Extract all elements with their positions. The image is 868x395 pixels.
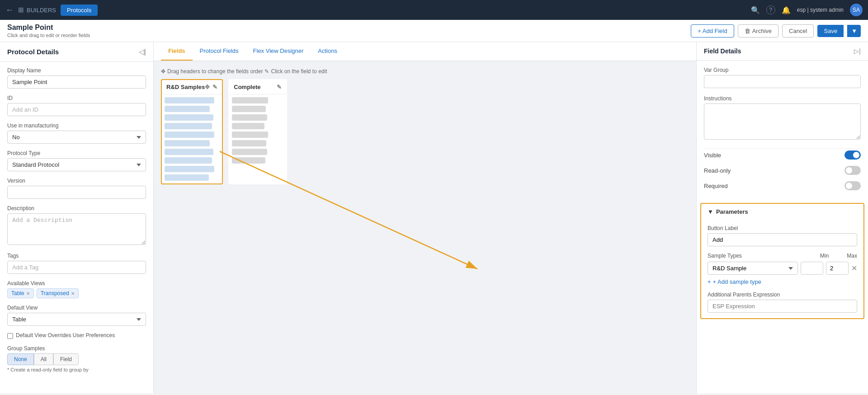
add-sample-type-button[interactable]: + + Add sample type (708, 278, 857, 285)
group-samples-all-button[interactable]: All (34, 353, 53, 365)
use-in-manufacturing-select[interactable]: No Yes (7, 131, 146, 144)
button-label-input[interactable] (708, 233, 857, 246)
required-toggle[interactable] (844, 181, 861, 190)
tab-protocol-fields[interactable]: Protocol Fields (193, 42, 246, 61)
trash-icon: 🗑 (745, 28, 750, 34)
esp-expression-input[interactable] (708, 300, 857, 313)
back-button[interactable]: ← (5, 5, 14, 15)
group-samples-row: Group Samples None All Field * Create a … (7, 345, 146, 372)
bell-icon[interactable]: 🔔 (782, 6, 791, 14)
description-textarea[interactable] (7, 213, 146, 245)
view-tag-transposed[interactable]: Transposed ✕ (37, 288, 79, 298)
protocols-button[interactable]: Protocols (61, 5, 98, 16)
field-row[interactable] (165, 166, 214, 172)
tags-input[interactable] (7, 261, 146, 274)
parameters-body: Button Label Sample Types Min Max R&D Sa (701, 220, 863, 318)
version-input[interactable] (7, 186, 146, 199)
group-samples-field-button[interactable]: Field (53, 353, 79, 365)
column-rd-samples-header: R&D Samples ✥ ✎ (162, 80, 222, 94)
available-views-tags: Table ✕ Transposed ✕ (7, 288, 146, 298)
page-title: Sample Point (7, 24, 90, 32)
edit-column-icon[interactable]: ✎ (212, 84, 217, 90)
field-row[interactable] (232, 114, 267, 121)
view-tag-table-remove[interactable]: ✕ (26, 291, 30, 296)
plus-icon: + (708, 278, 711, 285)
additional-parents-row: Additional Parents Expression (708, 292, 857, 313)
available-views-row: Available Views Table ✕ Transposed ✕ (7, 280, 146, 298)
field-row[interactable] (165, 157, 212, 164)
field-row[interactable] (165, 132, 214, 138)
add-field-button[interactable]: + Add Field (691, 24, 734, 38)
field-row[interactable] (165, 149, 213, 155)
id-input[interactable] (7, 103, 146, 116)
field-row[interactable] (232, 97, 268, 103)
user-label: esp | system admin (797, 7, 844, 13)
divider (704, 148, 861, 149)
column-complete[interactable]: Complete ✎ (228, 79, 287, 184)
edit-icon: ✎ (264, 68, 269, 75)
column-complete-header: Complete ✎ (229, 80, 286, 94)
field-row[interactable] (232, 157, 265, 164)
available-views-label: Available Views (7, 280, 146, 287)
max-label: Max (847, 253, 857, 259)
drag-hint-text: Drag headers to change the fields order (167, 68, 263, 75)
field-row[interactable] (232, 132, 268, 138)
sample-type-select[interactable]: R&D Sample (708, 262, 798, 275)
drag-column-icon[interactable]: ✥ (205, 84, 210, 90)
tab-actions[interactable]: Actions (311, 42, 344, 61)
readonly-toggle[interactable] (844, 166, 861, 175)
override-checkbox[interactable] (7, 333, 13, 339)
field-row[interactable] (232, 140, 266, 146)
right-panel-collapse-icon[interactable]: ▷| (854, 47, 861, 55)
save-button[interactable]: Save (817, 25, 844, 37)
view-tag-table[interactable]: Table ✕ (7, 288, 34, 298)
user-avatar[interactable]: SA (850, 4, 863, 16)
protocol-details-form: Display Name ID Use in manufacturing No … (0, 62, 153, 384)
protocol-type-select[interactable]: Standard Protocol Custom Protocol (7, 158, 146, 171)
tab-flex-view-designer[interactable]: Flex View Designer (246, 42, 311, 61)
button-label-label: Button Label (708, 225, 857, 231)
visible-toggle-row: Visible (704, 150, 861, 160)
field-row[interactable] (232, 123, 264, 129)
tags-label: Tags (7, 253, 146, 259)
group-samples-note: * Create a read-only field to group by (7, 367, 146, 372)
save-dropdown-button[interactable]: ▼ (847, 25, 861, 37)
display-name-input[interactable] (7, 75, 146, 89)
parameters-header[interactable]: ▼ Parameters (701, 204, 863, 220)
archive-button[interactable]: 🗑 Archive (738, 24, 778, 38)
field-row[interactable] (165, 106, 210, 112)
field-row[interactable] (232, 149, 267, 155)
var-group-input[interactable] (704, 75, 861, 88)
field-row[interactable] (165, 97, 214, 103)
tab-fields[interactable]: Fields (161, 42, 193, 61)
visible-toggle[interactable] (844, 150, 861, 160)
id-row: ID (7, 95, 146, 116)
use-in-manufacturing-label: Use in manufacturing (7, 122, 146, 129)
cancel-button[interactable]: Cancel (782, 24, 814, 38)
field-row[interactable] (232, 106, 266, 112)
field-row[interactable] (165, 140, 210, 146)
search-icon[interactable]: 🔍 (751, 6, 760, 14)
view-tag-transposed-remove[interactable]: ✕ (71, 291, 75, 296)
page-header-actions: + Add Field 🗑 Archive Cancel Save ▼ (691, 24, 861, 38)
left-panel-collapse-icon[interactable]: ◁| (139, 47, 146, 56)
help-icon[interactable]: ? (766, 5, 775, 14)
instructions-textarea[interactable] (704, 103, 861, 140)
left-panel-header: Protocol Details ◁| (0, 42, 153, 62)
sample-type-min-input[interactable] (801, 262, 823, 275)
readonly-label: Read-only (704, 167, 731, 174)
field-row[interactable] (165, 114, 213, 121)
edit-complete-icon[interactable]: ✎ (277, 84, 282, 90)
column-rd-samples[interactable]: R&D Samples ✥ ✎ (161, 79, 223, 184)
sample-type-max-input[interactable] (826, 262, 849, 275)
parameters-title: Parameters (716, 208, 748, 215)
fields-area: ✥ Drag headers to change the fields orde… (154, 61, 696, 192)
field-row[interactable] (165, 123, 212, 129)
add-sample-type-label: + Add sample type (713, 278, 761, 285)
default-view-select[interactable]: Table Transposed (7, 313, 146, 326)
group-samples-none-button[interactable]: None (7, 353, 34, 365)
protocol-type-label: Protocol Type (7, 150, 146, 156)
id-label: ID (7, 95, 146, 101)
sample-type-remove-button[interactable]: ✕ (851, 265, 857, 272)
field-row[interactable] (165, 174, 209, 181)
